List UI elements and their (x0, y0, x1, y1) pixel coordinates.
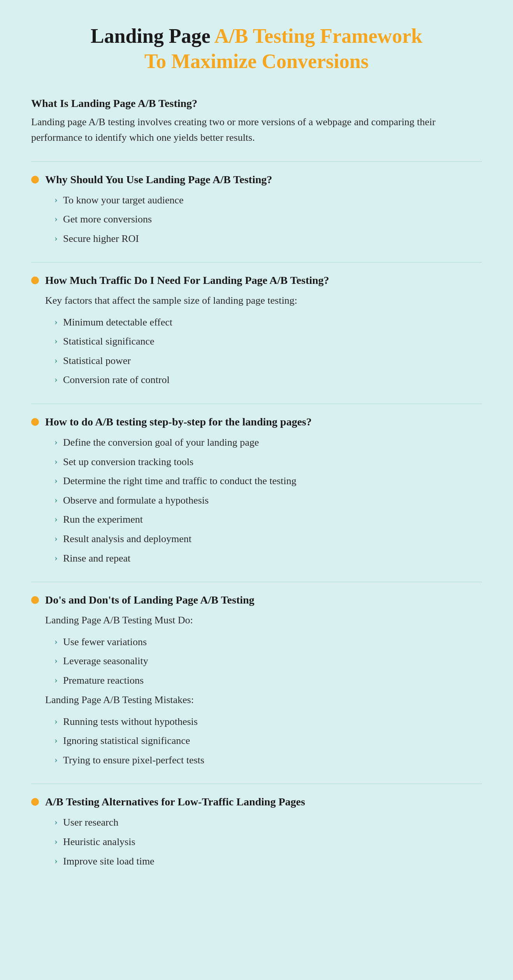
list-item: ›Heuristic analysis (54, 834, 482, 850)
list-item: ›Ignoring statistical significance (54, 733, 482, 749)
section-howto: How to do A/B testing step-by-step for t… (31, 416, 482, 566)
chevron-icon: › (54, 353, 58, 368)
alternatives-list: ›User research ›Heuristic analysis ›Impr… (54, 814, 482, 869)
divider-3 (31, 404, 482, 404)
section-dos-donts-heading: Do's and Don'ts of Landing Page A/B Test… (31, 594, 482, 606)
chevron-icon: › (54, 653, 58, 668)
traffic-list: ›Minimum detectable effect ›Statistical … (54, 314, 482, 388)
section-alternatives-heading: A/B Testing Alternatives for Low-Traffic… (31, 796, 482, 808)
bullet-dos-donts (31, 596, 39, 604)
bullet-alternatives (31, 798, 39, 806)
chevron-icon: › (54, 531, 58, 546)
list-item-text: Statistical power (63, 353, 131, 369)
section-dos-donts: Do's and Don'ts of Landing Page A/B Test… (31, 594, 482, 768)
section-traffic-subtext: Key factors that affect the sample size … (45, 293, 482, 308)
list-item-text: Get more conversions (63, 211, 152, 228)
list-item: ›Observe and formulate a hypothesis (54, 492, 482, 509)
list-item: ›Result analysis and deployment (54, 531, 482, 547)
list-item: ›Get more conversions (54, 211, 482, 228)
section-what-is: What Is Landing Page A/B Testing? Landin… (31, 97, 482, 146)
list-item-text: Observe and formulate a hypothesis (63, 492, 209, 509)
list-item: ›Conversion rate of control (54, 372, 482, 388)
must-do-list: ›Use fewer variations ›Leverage seasonal… (54, 634, 482, 689)
section-dos-donts-heading-text: Do's and Don'ts of Landing Page A/B Test… (45, 594, 255, 606)
section-howto-heading-text: How to do A/B testing step-by-step for t… (45, 416, 312, 428)
section-alternatives-heading-text: A/B Testing Alternatives for Low-Traffic… (45, 796, 305, 808)
must-do-label: Landing Page A/B Testing Must Do: (45, 612, 482, 628)
mistakes-label: Landing Page A/B Testing Mistakes: (45, 692, 482, 708)
chevron-icon: › (54, 231, 58, 246)
section-what-is-heading: What Is Landing Page A/B Testing? (31, 97, 482, 110)
list-item-text: Secure higher ROI (63, 231, 139, 247)
chevron-icon: › (54, 672, 58, 688)
list-item: ›Running tests without hypothesis (54, 714, 482, 730)
list-item-text: Minimum detectable effect (63, 314, 172, 331)
chevron-icon: › (54, 634, 58, 649)
bullet-why-use (31, 176, 39, 184)
list-item-text: Ignoring statistical significance (63, 733, 190, 749)
chevron-icon: › (54, 314, 58, 330)
bullet-traffic (31, 276, 39, 284)
section-alternatives: A/B Testing Alternatives for Low-Traffic… (31, 796, 482, 869)
why-use-list: ›To know your target audience ›Get more … (54, 192, 482, 247)
chevron-icon: › (54, 372, 58, 387)
mistakes-list: ›Running tests without hypothesis ›Ignor… (54, 714, 482, 768)
chevron-icon: › (54, 550, 58, 566)
list-item-text: To know your target audience (63, 192, 184, 208)
divider-2 (31, 262, 482, 262)
list-item-text: Running tests without hypothesis (63, 714, 198, 730)
list-item: ›Statistical significance (54, 333, 482, 350)
list-item-text: Statistical significance (63, 333, 155, 350)
section-howto-heading: How to do A/B testing step-by-step for t… (31, 416, 482, 428)
section-why-use-heading: Why Should You Use Landing Page A/B Test… (31, 173, 482, 186)
section-traffic-heading-text: How Much Traffic Do I Need For Landing P… (45, 274, 329, 287)
list-item: ›Define the conversion goal of your land… (54, 434, 482, 451)
list-item: ›Improve site load time (54, 853, 482, 870)
list-item-text: Rinse and repeat (63, 550, 130, 567)
bullet-howto (31, 418, 39, 426)
chevron-icon: › (54, 192, 58, 208)
chevron-icon: › (54, 211, 58, 227)
list-item: ›To know your target audience (54, 192, 482, 208)
chevron-icon: › (54, 434, 58, 450)
chevron-icon: › (54, 733, 58, 748)
divider-4 (31, 582, 482, 582)
list-item-text: Set up conversion tracking tools (63, 454, 193, 470)
page-title: Landing Page A/B Testing Framework To Ma… (31, 23, 482, 74)
section-traffic: How Much Traffic Do I Need For Landing P… (31, 274, 482, 388)
title-part3: To Maximize Conversions (144, 50, 369, 72)
chevron-icon: › (54, 333, 58, 349)
chevron-icon: › (54, 752, 58, 768)
list-item: ›Determine the right time and traffic to… (54, 473, 482, 489)
chevron-icon: › (54, 473, 58, 488)
list-item-text: Improve site load time (63, 853, 155, 870)
list-item-text: Conversion rate of control (63, 372, 170, 388)
list-item-text: Define the conversion goal of your landi… (63, 434, 259, 451)
section-why-use-heading-text: Why Should You Use Landing Page A/B Test… (45, 173, 272, 186)
divider-5 (31, 784, 482, 784)
list-item: ›Set up conversion tracking tools (54, 454, 482, 470)
list-item-text: Leverage seasonality (63, 653, 148, 669)
list-item-text: Result analysis and deployment (63, 531, 191, 547)
chevron-icon: › (54, 511, 58, 527)
section-why-use: Why Should You Use Landing Page A/B Test… (31, 173, 482, 247)
divider-1 (31, 161, 482, 162)
list-item: ›Use fewer variations (54, 634, 482, 650)
list-item: ›Rinse and repeat (54, 550, 482, 567)
list-item-text: User research (63, 814, 118, 831)
title-part1: Landing Page (91, 25, 214, 47)
list-item-text: Heuristic analysis (63, 834, 135, 850)
chevron-icon: › (54, 714, 58, 729)
list-item: ›Minimum detectable effect (54, 314, 482, 331)
list-item: ›Secure higher ROI (54, 231, 482, 247)
list-item-text: Use fewer variations (63, 634, 147, 650)
chevron-icon: › (54, 853, 58, 869)
list-item-text: Determine the right time and traffic to … (63, 473, 297, 489)
howto-list: ›Define the conversion goal of your land… (54, 434, 482, 566)
chevron-icon: › (54, 492, 58, 508)
list-item: ›Trying to ensure pixel-perfect tests (54, 752, 482, 768)
list-item: ›User research (54, 814, 482, 831)
list-item-text: Run the experiment (63, 511, 143, 528)
list-item: ›Leverage seasonality (54, 653, 482, 669)
chevron-icon: › (54, 454, 58, 469)
